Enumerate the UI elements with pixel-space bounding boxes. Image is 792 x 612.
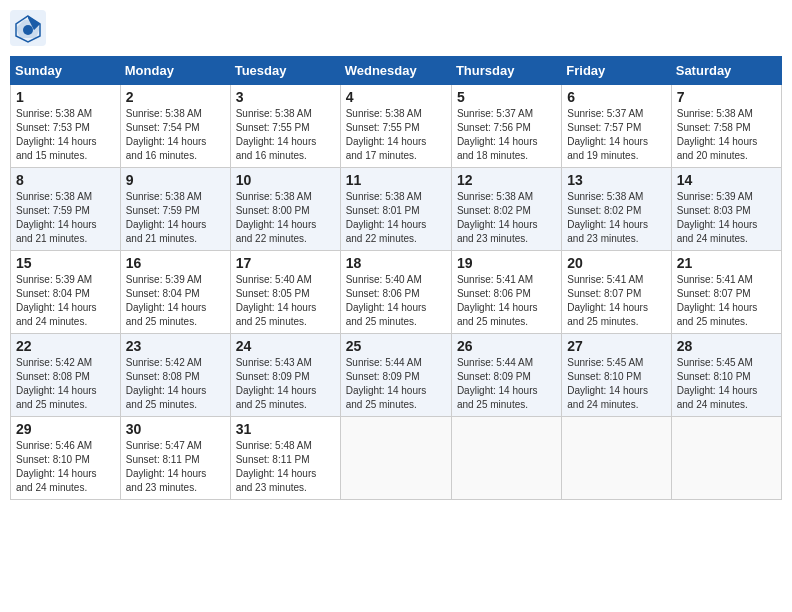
day-number: 23 xyxy=(126,338,225,354)
col-header-friday: Friday xyxy=(562,57,671,85)
calendar-week-4: 22Sunrise: 5:42 AM Sunset: 8:08 PM Dayli… xyxy=(11,334,782,417)
logo-icon xyxy=(10,10,46,46)
day-detail: Sunrise: 5:44 AM Sunset: 8:09 PM Dayligh… xyxy=(346,356,446,412)
day-number: 2 xyxy=(126,89,225,105)
day-number: 24 xyxy=(236,338,335,354)
calendar-cell: 15Sunrise: 5:39 AM Sunset: 8:04 PM Dayli… xyxy=(11,251,121,334)
day-detail: Sunrise: 5:47 AM Sunset: 8:11 PM Dayligh… xyxy=(126,439,225,495)
calendar-week-3: 15Sunrise: 5:39 AM Sunset: 8:04 PM Dayli… xyxy=(11,251,782,334)
day-number: 6 xyxy=(567,89,665,105)
calendar-cell: 5Sunrise: 5:37 AM Sunset: 7:56 PM Daylig… xyxy=(451,85,561,168)
day-detail: Sunrise: 5:39 AM Sunset: 8:04 PM Dayligh… xyxy=(16,273,115,329)
col-header-wednesday: Wednesday xyxy=(340,57,451,85)
day-detail: Sunrise: 5:46 AM Sunset: 8:10 PM Dayligh… xyxy=(16,439,115,495)
calendar-cell: 25Sunrise: 5:44 AM Sunset: 8:09 PM Dayli… xyxy=(340,334,451,417)
header xyxy=(10,10,782,50)
calendar-cell: 18Sunrise: 5:40 AM Sunset: 8:06 PM Dayli… xyxy=(340,251,451,334)
calendar-cell: 4Sunrise: 5:38 AM Sunset: 7:55 PM Daylig… xyxy=(340,85,451,168)
day-detail: Sunrise: 5:44 AM Sunset: 8:09 PM Dayligh… xyxy=(457,356,556,412)
col-header-sunday: Sunday xyxy=(11,57,121,85)
day-number: 4 xyxy=(346,89,446,105)
calendar-cell: 2Sunrise: 5:38 AM Sunset: 7:54 PM Daylig… xyxy=(120,85,230,168)
calendar-cell: 6Sunrise: 5:37 AM Sunset: 7:57 PM Daylig… xyxy=(562,85,671,168)
day-detail: Sunrise: 5:40 AM Sunset: 8:06 PM Dayligh… xyxy=(346,273,446,329)
calendar-cell: 16Sunrise: 5:39 AM Sunset: 8:04 PM Dayli… xyxy=(120,251,230,334)
day-number: 9 xyxy=(126,172,225,188)
day-number: 8 xyxy=(16,172,115,188)
col-header-monday: Monday xyxy=(120,57,230,85)
logo xyxy=(10,10,52,50)
calendar-cell xyxy=(671,417,781,500)
calendar-cell: 24Sunrise: 5:43 AM Sunset: 8:09 PM Dayli… xyxy=(230,334,340,417)
calendar-week-5: 29Sunrise: 5:46 AM Sunset: 8:10 PM Dayli… xyxy=(11,417,782,500)
day-number: 25 xyxy=(346,338,446,354)
day-number: 18 xyxy=(346,255,446,271)
day-detail: Sunrise: 5:41 AM Sunset: 8:07 PM Dayligh… xyxy=(677,273,776,329)
calendar-cell: 12Sunrise: 5:38 AM Sunset: 8:02 PM Dayli… xyxy=(451,168,561,251)
day-detail: Sunrise: 5:41 AM Sunset: 8:06 PM Dayligh… xyxy=(457,273,556,329)
calendar-cell: 7Sunrise: 5:38 AM Sunset: 7:58 PM Daylig… xyxy=(671,85,781,168)
day-number: 22 xyxy=(16,338,115,354)
day-detail: Sunrise: 5:38 AM Sunset: 7:53 PM Dayligh… xyxy=(16,107,115,163)
day-number: 7 xyxy=(677,89,776,105)
day-number: 11 xyxy=(346,172,446,188)
day-number: 17 xyxy=(236,255,335,271)
calendar-cell: 22Sunrise: 5:42 AM Sunset: 8:08 PM Dayli… xyxy=(11,334,121,417)
col-header-tuesday: Tuesday xyxy=(230,57,340,85)
day-number: 12 xyxy=(457,172,556,188)
day-number: 28 xyxy=(677,338,776,354)
day-number: 10 xyxy=(236,172,335,188)
calendar-cell: 26Sunrise: 5:44 AM Sunset: 8:09 PM Dayli… xyxy=(451,334,561,417)
calendar-cell xyxy=(340,417,451,500)
day-number: 27 xyxy=(567,338,665,354)
day-number: 21 xyxy=(677,255,776,271)
calendar-cell: 29Sunrise: 5:46 AM Sunset: 8:10 PM Dayli… xyxy=(11,417,121,500)
calendar-cell: 3Sunrise: 5:38 AM Sunset: 7:55 PM Daylig… xyxy=(230,85,340,168)
calendar-cell: 19Sunrise: 5:41 AM Sunset: 8:06 PM Dayli… xyxy=(451,251,561,334)
calendar-cell: 31Sunrise: 5:48 AM Sunset: 8:11 PM Dayli… xyxy=(230,417,340,500)
calendar-cell: 9Sunrise: 5:38 AM Sunset: 7:59 PM Daylig… xyxy=(120,168,230,251)
calendar-cell xyxy=(451,417,561,500)
day-detail: Sunrise: 5:41 AM Sunset: 8:07 PM Dayligh… xyxy=(567,273,665,329)
day-number: 1 xyxy=(16,89,115,105)
day-detail: Sunrise: 5:38 AM Sunset: 8:01 PM Dayligh… xyxy=(346,190,446,246)
day-number: 15 xyxy=(16,255,115,271)
day-detail: Sunrise: 5:39 AM Sunset: 8:03 PM Dayligh… xyxy=(677,190,776,246)
calendar-cell: 8Sunrise: 5:38 AM Sunset: 7:59 PM Daylig… xyxy=(11,168,121,251)
svg-point-3 xyxy=(23,25,33,35)
day-number: 14 xyxy=(677,172,776,188)
col-header-saturday: Saturday xyxy=(671,57,781,85)
day-detail: Sunrise: 5:40 AM Sunset: 8:05 PM Dayligh… xyxy=(236,273,335,329)
day-detail: Sunrise: 5:48 AM Sunset: 8:11 PM Dayligh… xyxy=(236,439,335,495)
calendar-cell: 23Sunrise: 5:42 AM Sunset: 8:08 PM Dayli… xyxy=(120,334,230,417)
calendar-cell: 14Sunrise: 5:39 AM Sunset: 8:03 PM Dayli… xyxy=(671,168,781,251)
calendar-cell: 28Sunrise: 5:45 AM Sunset: 8:10 PM Dayli… xyxy=(671,334,781,417)
calendar-cell: 10Sunrise: 5:38 AM Sunset: 8:00 PM Dayli… xyxy=(230,168,340,251)
day-detail: Sunrise: 5:37 AM Sunset: 7:57 PM Dayligh… xyxy=(567,107,665,163)
col-header-thursday: Thursday xyxy=(451,57,561,85)
day-number: 30 xyxy=(126,421,225,437)
day-detail: Sunrise: 5:38 AM Sunset: 7:58 PM Dayligh… xyxy=(677,107,776,163)
calendar-cell: 1Sunrise: 5:38 AM Sunset: 7:53 PM Daylig… xyxy=(11,85,121,168)
day-detail: Sunrise: 5:39 AM Sunset: 8:04 PM Dayligh… xyxy=(126,273,225,329)
day-detail: Sunrise: 5:38 AM Sunset: 7:55 PM Dayligh… xyxy=(346,107,446,163)
day-detail: Sunrise: 5:38 AM Sunset: 7:54 PM Dayligh… xyxy=(126,107,225,163)
day-detail: Sunrise: 5:42 AM Sunset: 8:08 PM Dayligh… xyxy=(126,356,225,412)
calendar-cell xyxy=(562,417,671,500)
calendar-cell: 30Sunrise: 5:47 AM Sunset: 8:11 PM Dayli… xyxy=(120,417,230,500)
day-number: 5 xyxy=(457,89,556,105)
day-number: 29 xyxy=(16,421,115,437)
day-number: 31 xyxy=(236,421,335,437)
day-detail: Sunrise: 5:38 AM Sunset: 7:59 PM Dayligh… xyxy=(126,190,225,246)
calendar-cell: 20Sunrise: 5:41 AM Sunset: 8:07 PM Dayli… xyxy=(562,251,671,334)
day-detail: Sunrise: 5:38 AM Sunset: 8:02 PM Dayligh… xyxy=(567,190,665,246)
day-number: 26 xyxy=(457,338,556,354)
calendar-cell: 17Sunrise: 5:40 AM Sunset: 8:05 PM Dayli… xyxy=(230,251,340,334)
calendar-table: SundayMondayTuesdayWednesdayThursdayFrid… xyxy=(10,56,782,500)
day-detail: Sunrise: 5:38 AM Sunset: 7:59 PM Dayligh… xyxy=(16,190,115,246)
day-number: 16 xyxy=(126,255,225,271)
day-detail: Sunrise: 5:45 AM Sunset: 8:10 PM Dayligh… xyxy=(567,356,665,412)
day-number: 19 xyxy=(457,255,556,271)
day-number: 13 xyxy=(567,172,665,188)
day-detail: Sunrise: 5:42 AM Sunset: 8:08 PM Dayligh… xyxy=(16,356,115,412)
